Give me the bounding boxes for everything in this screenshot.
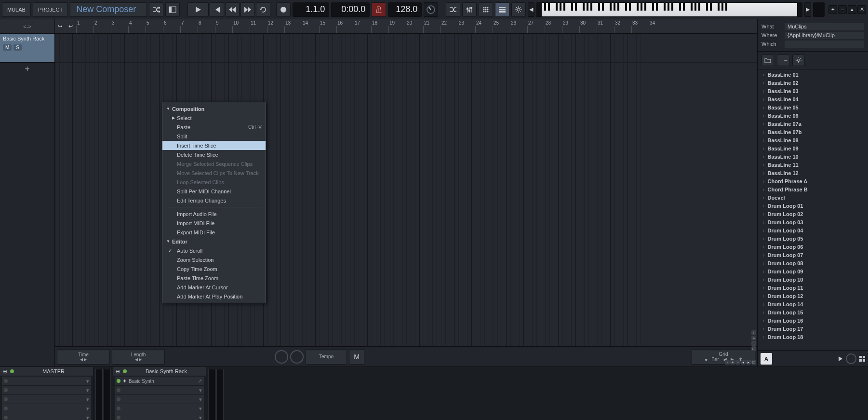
tempo-readout[interactable]: 128.0 xyxy=(388,2,422,17)
strip-collapse-icon[interactable]: ⊖ xyxy=(3,368,7,375)
browser-which-value[interactable] xyxy=(785,41,864,48)
ctx-zoom-selection[interactable]: Zoom Selection xyxy=(162,255,266,264)
ctx-split-midi[interactable]: Split Per MIDI Channel xyxy=(162,187,266,196)
browser-item[interactable]: ♪Chord Phrase A xyxy=(758,177,868,185)
ctx-editor-header[interactable]: ▼Editor xyxy=(162,237,266,246)
browser-item[interactable]: ♪BassLine 05 xyxy=(758,103,868,111)
mixer-slot[interactable]: ▾ xyxy=(2,413,91,420)
browser-item[interactable]: ♪BassLine 09 xyxy=(758,144,868,152)
browser-item[interactable]: ♪Drum Loop 02 xyxy=(758,210,868,218)
browser-item[interactable]: ♪Doevel xyxy=(758,193,868,202)
shuffle-icon[interactable] xyxy=(149,2,163,17)
rewind-button[interactable] xyxy=(225,2,240,17)
ruler[interactable]: 1234567891011121314151617181920212223242… xyxy=(76,19,757,34)
ruler-corner[interactable]: ↪ ↩ xyxy=(55,19,76,34)
browser-item[interactable]: ♪Drum Loop 12 xyxy=(758,292,868,300)
ctx-edit-tempo[interactable]: Edit Tempo Changes xyxy=(162,196,266,205)
browser-what-value[interactable]: MuClips xyxy=(785,23,864,30)
close-icon[interactable]: ✕ xyxy=(857,5,866,14)
browser-item[interactable]: ♪BassLine 06 xyxy=(758,111,868,120)
browser-item[interactable]: ♪Drum Loop 18 xyxy=(758,333,868,341)
ctx-import-midi[interactable]: Import MIDI File xyxy=(162,218,266,228)
browser-item[interactable]: ♪BassLine 07a xyxy=(758,120,868,128)
piano-keyboard[interactable] xyxy=(536,2,802,17)
browser-grid-icon[interactable] xyxy=(859,356,865,362)
browser-link-icon[interactable]: ⋯→ xyxy=(777,54,789,66)
browser-item[interactable]: ♪BassLine 12 xyxy=(758,169,868,177)
ctx-paste[interactable]: PasteCtrl+V xyxy=(162,122,266,132)
browser-item[interactable]: ♪Drum Loop 09 xyxy=(758,267,868,275)
time-readout[interactable]: 0:00.0 xyxy=(331,2,370,17)
piano-scroll-left[interactable]: ◀ xyxy=(528,2,534,17)
browser-item[interactable]: ♪BassLine 02 xyxy=(758,79,868,87)
strip-active-dot[interactable] xyxy=(10,369,14,373)
browser-item[interactable]: ♪BassLine 01 xyxy=(758,70,868,79)
mulab-menu[interactable]: MULAB xyxy=(2,2,31,17)
forward-button[interactable] xyxy=(240,2,255,17)
mixer-slot[interactable]: ▾ xyxy=(115,386,204,394)
tool-shuffle-icon[interactable] xyxy=(446,2,460,17)
browser-item[interactable]: ♪BassLine 04 xyxy=(758,95,868,103)
mixer-slot[interactable]: ▾ xyxy=(2,404,91,413)
browser-item[interactable]: ♪BassLine 10 xyxy=(758,152,868,161)
ctx-split[interactable]: Split xyxy=(162,132,266,141)
browser-item[interactable]: ♪BassLine 08 xyxy=(758,136,868,144)
browser-list[interactable]: ♪BassLine 01♪BassLine 02♪BassLine 03♪Bas… xyxy=(758,69,868,350)
ctx-export-midi[interactable]: Export MIDI File xyxy=(162,228,266,237)
browser-item[interactable]: ♪Chord Phrase B xyxy=(758,185,868,193)
loop-end-icon[interactable]: ↩ xyxy=(66,19,76,33)
zoom-vertical[interactable]: ◦+‒□ xyxy=(751,330,756,351)
mixer-slot[interactable]: ▾ xyxy=(2,377,91,385)
strip-collapse-icon[interactable]: ⊖ xyxy=(116,368,120,375)
record-button[interactable] xyxy=(276,2,291,17)
panel-icon[interactable] xyxy=(165,2,180,17)
track-mute[interactable]: M xyxy=(3,44,12,51)
strip-active-dot[interactable] xyxy=(123,369,127,373)
pin-icon[interactable]: ✦ xyxy=(828,5,837,14)
metronome-icon[interactable] xyxy=(372,2,386,17)
browser-folder-icon[interactable] xyxy=(761,54,774,66)
knob1[interactable] xyxy=(275,350,288,364)
browser-play-icon[interactable] xyxy=(838,356,843,361)
ctx-insert-time-slice[interactable]: Insert Time Slice xyxy=(162,141,266,150)
loop-button[interactable] xyxy=(256,2,270,17)
settings-icon[interactable] xyxy=(511,2,526,17)
browser-item[interactable]: ♪Drum Loop 14 xyxy=(758,300,868,308)
mixer-slot[interactable]: ✦Basic Synth↗ xyxy=(115,377,204,385)
zoom-horizontal[interactable]: ◦+‒◂▸□ xyxy=(725,360,756,365)
length-field[interactable]: Length◀ ▶ xyxy=(112,349,165,365)
mixer-slot[interactable]: ▾ xyxy=(115,413,204,420)
add-track-button[interactable]: + xyxy=(0,63,54,75)
browser-item[interactable]: ♪Drum Loop 15 xyxy=(758,308,868,316)
browser-item[interactable]: ♪Drum Loop 17 xyxy=(758,325,868,333)
browser-item[interactable]: ♪Drum Loop 06 xyxy=(758,243,868,251)
mixer-slot[interactable]: ▾ xyxy=(115,395,204,404)
browser-item[interactable]: ♪Drum Loop 08 xyxy=(758,259,868,267)
browser-item[interactable]: ♪BassLine 07b xyxy=(758,128,868,136)
grid-area[interactable] xyxy=(55,34,757,346)
browser-item[interactable]: ♪BassLine 03 xyxy=(758,87,868,95)
ctx-paste-zoom[interactable]: Paste Time Zoom xyxy=(162,273,266,283)
browser-a-button[interactable]: A xyxy=(761,353,772,365)
loop-start-icon[interactable]: ↪ xyxy=(55,19,66,33)
ctx-auto-scroll[interactable]: ✓Auto Scroll xyxy=(162,246,266,255)
tracks-header[interactable]: <-> xyxy=(0,19,54,34)
browser-where-value[interactable]: {AppLibrary}/MuClip xyxy=(785,32,864,39)
play-button[interactable] xyxy=(187,2,209,17)
ctx-copy-zoom[interactable]: Copy Time Zoom xyxy=(162,264,266,273)
ctx-select[interactable]: ▶Select xyxy=(162,113,266,122)
ctx-composition-header[interactable]: ▼Composition xyxy=(162,104,266,113)
mixer-slot[interactable]: ▾ xyxy=(2,395,91,404)
browser-item[interactable]: ♪Drum Loop 04 xyxy=(758,226,868,234)
browser-item[interactable]: ♪Drum Loop 03 xyxy=(758,218,868,226)
mixer-slot[interactable]: ▾ xyxy=(115,404,204,413)
tempo-field[interactable]: Tempo xyxy=(306,349,347,365)
browser-item[interactable]: ♪Drum Loop 01 xyxy=(758,202,868,210)
time-field[interactable]: Time◀ ▶ xyxy=(57,349,110,365)
browser-item[interactable]: ♪Drum Loop 16 xyxy=(758,316,868,325)
ctx-import-audio[interactable]: Import Audio File xyxy=(162,209,266,218)
browser-settings-icon[interactable] xyxy=(792,54,805,66)
minimize-icon[interactable]: ‒ xyxy=(838,5,847,14)
browser-item[interactable]: ♪Drum Loop 07 xyxy=(758,251,868,259)
ctx-delete-time-slice[interactable]: Delete Time Slice xyxy=(162,150,266,159)
